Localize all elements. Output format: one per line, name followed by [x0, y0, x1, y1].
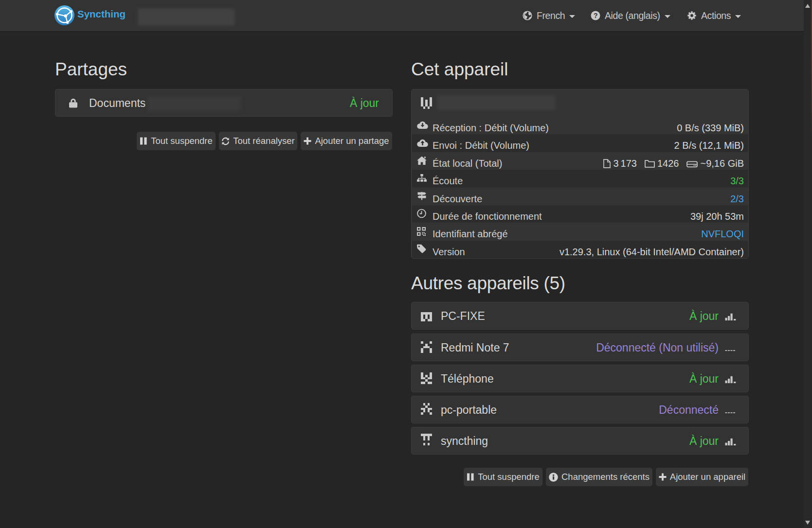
svg-text:?: ? — [594, 12, 597, 19]
